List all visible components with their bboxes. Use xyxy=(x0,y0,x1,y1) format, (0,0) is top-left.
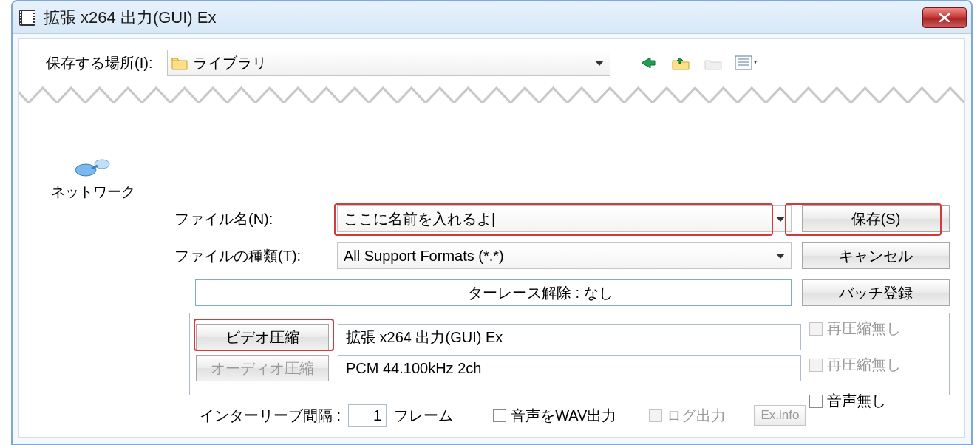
interleave-row: インターリーブ間隔 : 1 フレーム 音声をWAV出力 ログ出力 Ex.info xyxy=(200,404,947,427)
log-output-label: ログ出力 xyxy=(667,406,726,426)
snip-separator xyxy=(19,84,964,110)
wav-output-label: 音声をWAV出力 xyxy=(511,406,616,426)
dropdown-arrow-icon[interactable] xyxy=(772,245,788,266)
interleave-label: インターリーブ間隔 : xyxy=(200,406,341,426)
no-recompress-checkbox-1: 再圧縮無し xyxy=(809,319,942,339)
batch-register-button[interactable]: バッチ登録 xyxy=(802,279,950,306)
view-menu-icon[interactable] xyxy=(735,53,757,72)
svg-rect-10 xyxy=(33,20,35,21)
svg-point-18 xyxy=(75,164,96,176)
places-bar-network[interactable]: ネットワーク xyxy=(34,152,152,202)
no-recompress-checkbox-2: 再圧縮無し xyxy=(809,355,942,375)
new-folder-icon[interactable] xyxy=(702,53,724,72)
side-options: 再圧縮無し 再圧縮無し 音声無し xyxy=(809,319,942,411)
window-title: 拡張 x264 出力(GUI) Ex xyxy=(44,7,922,29)
dropdown-arrow-icon[interactable] xyxy=(772,208,788,229)
filetype-value: All Support Formats (*.*) xyxy=(344,248,772,265)
no-recompress-label-1: 再圧縮無し xyxy=(827,319,901,339)
checkbox-icon xyxy=(809,359,823,372)
filename-input[interactable]: ここに名前を入れるよ| xyxy=(337,205,792,232)
video-info-display: ターレース解除 : なし xyxy=(195,279,792,306)
save-location-row: 保存する場所(I): ライブラリ xyxy=(33,50,951,76)
folder-icon xyxy=(171,55,188,71)
interleave-frames-input[interactable]: 1 xyxy=(348,404,387,427)
svg-rect-3 xyxy=(20,14,21,16)
video-codec-display: 拡張 x264 出力(GUI) Ex xyxy=(338,324,801,350)
filename-value: ここに名前を入れるよ| xyxy=(344,209,772,229)
save-location-dropdown[interactable]: ライブラリ xyxy=(167,50,610,76)
dialog-window: 拡張 x264 出力(GUI) Ex 保存する場所(I): ライブラリ xyxy=(11,0,973,445)
svg-rect-12 xyxy=(172,58,177,61)
save-location-value: ライブラリ xyxy=(193,53,591,73)
back-icon[interactable] xyxy=(637,53,659,72)
nav-icons xyxy=(637,53,757,72)
svg-rect-17 xyxy=(19,84,964,110)
save-location-label: 保存する場所(I): xyxy=(33,53,158,73)
svg-rect-6 xyxy=(20,23,21,24)
filetype-row: ファイルの種類(T): All Support Formats (*.*) キャ… xyxy=(174,242,950,269)
svg-rect-13 xyxy=(735,56,752,69)
checkbox-icon xyxy=(649,409,662,422)
exinfo-button: Ex.info xyxy=(754,405,806,426)
filename-label: ファイル名(N): xyxy=(174,209,337,229)
wav-output-checkbox[interactable]: 音声をWAV出力 xyxy=(493,406,616,426)
video-compress-button[interactable]: ビデオ圧縮 xyxy=(196,324,329,350)
audio-codec-display: PCM 44.100kHz 2ch xyxy=(338,355,801,381)
up-folder-icon[interactable] xyxy=(670,53,692,72)
close-button[interactable] xyxy=(922,7,967,28)
svg-rect-8 xyxy=(33,14,35,16)
filename-row: ファイル名(N): ここに名前を入れるよ| 保存(S) xyxy=(174,205,950,232)
title-bar: 拡張 x264 出力(GUI) Ex xyxy=(13,1,971,34)
filetype-select[interactable]: All Support Formats (*.*) xyxy=(337,242,792,269)
svg-rect-7 xyxy=(33,11,35,13)
checkbox-icon xyxy=(809,322,823,336)
video-info-row: ターレース解除 : なし バッチ登録 xyxy=(174,279,950,306)
app-icon xyxy=(18,9,36,27)
audio-codec-text: PCM 44.100kHz 2ch xyxy=(346,360,481,377)
svg-rect-2 xyxy=(20,11,21,13)
log-output-checkbox: ログ出力 xyxy=(649,406,726,426)
save-button[interactable]: 保存(S) xyxy=(802,205,950,232)
svg-rect-5 xyxy=(20,20,21,21)
svg-point-19 xyxy=(95,160,109,169)
svg-rect-11 xyxy=(33,23,35,24)
client-area: 保存する場所(I): ライブラリ xyxy=(18,38,965,438)
svg-rect-9 xyxy=(33,17,35,18)
main-form: ファイル名(N): ここに名前を入れるよ| 保存(S) ファイルの種類(T): … xyxy=(174,205,950,316)
dropdown-arrow-icon[interactable] xyxy=(591,52,607,73)
interleave-unit: フレーム xyxy=(394,406,453,426)
audio-compress-button: オーディオ圧縮 xyxy=(196,355,329,381)
svg-rect-1 xyxy=(22,11,33,24)
video-info-text: ターレース解除 : なし xyxy=(202,283,788,303)
cancel-button[interactable]: キャンセル xyxy=(802,242,950,269)
filetype-label: ファイルの種類(T): xyxy=(174,246,337,266)
no-recompress-label-2: 再圧縮無し xyxy=(827,355,901,375)
video-codec-text: 拡張 x264 出力(GUI) Ex xyxy=(346,327,503,347)
checkbox-icon xyxy=(493,409,506,422)
svg-rect-4 xyxy=(20,17,21,18)
network-label: ネットワーク xyxy=(34,183,152,202)
network-icon xyxy=(69,152,117,181)
